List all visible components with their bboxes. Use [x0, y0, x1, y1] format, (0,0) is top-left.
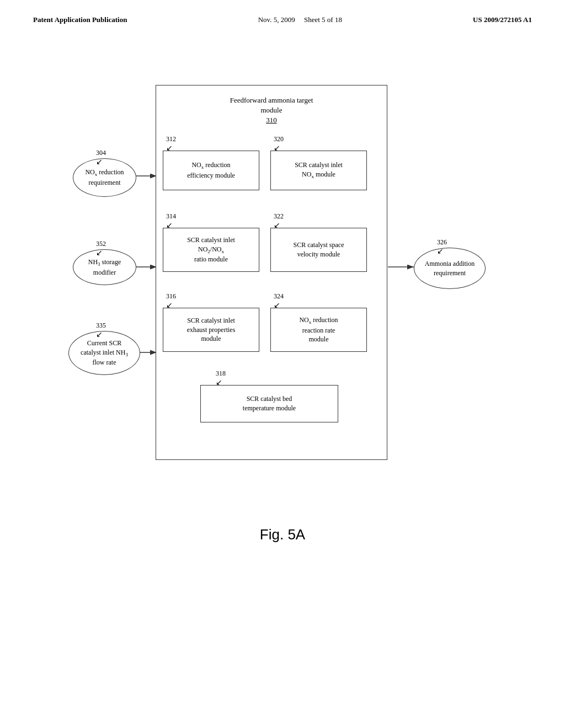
- label-326: 326↙: [437, 238, 447, 256]
- page-header: Patent Application Publication Nov. 5, 2…: [0, 0, 565, 24]
- module-324: NOx reductionreaction ratemodule: [270, 308, 367, 352]
- module-312: NOx reductionefficiency module: [163, 151, 259, 190]
- module-316: SCR catalyst inletexhaust propertiesmodu…: [163, 308, 259, 352]
- module-322-text: SCR catalyst spacevelocity module: [294, 240, 344, 259]
- outer-box-title-text: Feedforward ammonia targetmodule310: [230, 96, 313, 124]
- label-335: 335↙: [96, 322, 106, 339]
- header-sheet: Sheet 5 of 18: [304, 15, 342, 24]
- module-314: SCR catalyst inletNO2/NOxratio module: [163, 228, 259, 272]
- oval-352-text: NH3 storagemodifier: [88, 258, 121, 277]
- oval-304-text: NOx reductionrequirement: [85, 168, 124, 188]
- label-304: 304↙: [96, 149, 106, 167]
- outer-box: Feedforward ammonia targetmodule310 312↙…: [156, 85, 387, 460]
- figure-caption-text: Fig. 5A: [260, 526, 305, 543]
- module-318-text: SCR catalyst bedtemperature module: [243, 394, 296, 413]
- header-center: Nov. 5, 2009 Sheet 5 of 18: [258, 15, 342, 24]
- oval-335-text: Current SCRcatalyst inlet NH3flow rate: [81, 339, 128, 368]
- module-322: SCR catalyst spacevelocity module: [270, 228, 367, 272]
- header-left: Patent Application Publication: [33, 15, 127, 24]
- module-312-text: NOx reductionefficiency module: [187, 160, 235, 180]
- oval-326: Ammonia additionrequirement: [414, 248, 486, 289]
- module-324-text: NOx reductionreaction ratemodule: [299, 315, 338, 345]
- module-318: SCR catalyst bedtemperature module: [200, 385, 338, 422]
- outer-box-title: Feedforward ammonia targetmodule310: [156, 95, 387, 126]
- figure-caption: Fig. 5A: [0, 526, 565, 543]
- module-320: SCR catalyst inletNOx module: [270, 151, 367, 190]
- diagram-area: NOx reductionrequirement 304↙ NH3 storag…: [56, 57, 509, 510]
- oval-326-text: Ammonia additionrequirement: [425, 259, 475, 278]
- module-320-text: SCR catalyst inletNOx module: [295, 160, 343, 180]
- header-right: US 2009/272105 A1: [473, 15, 532, 24]
- label-352: 352↙: [96, 240, 106, 258]
- module-314-text: SCR catalyst inletNO2/NOxratio module: [187, 235, 235, 265]
- header-date: Nov. 5, 2009: [258, 15, 295, 24]
- module-316-text: SCR catalyst inletexhaust propertiesmodu…: [187, 316, 236, 344]
